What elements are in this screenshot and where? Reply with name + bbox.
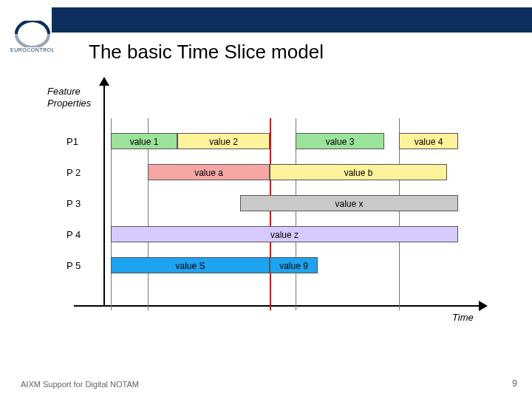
- segment: value b: [270, 164, 447, 180]
- eurocontrol-logo: [10, 21, 55, 47]
- y-axis-label-line2: Properties: [47, 98, 91, 109]
- row-label: P 2: [66, 167, 81, 178]
- y-axis-label: Feature Properties: [47, 86, 91, 109]
- segment: value a: [148, 164, 270, 180]
- row-p2: P 2 value a value b: [44, 164, 480, 183]
- segment: value 2: [177, 133, 270, 149]
- segment: value 1: [111, 133, 177, 149]
- footer-text: AIXM Support for Digital NOTAM: [21, 380, 139, 389]
- row-label: P 4: [66, 229, 81, 240]
- row-p1: P1 value 1 value 2 value 3 value 4: [44, 133, 480, 152]
- y-axis-label-line1: Feature: [47, 86, 81, 97]
- row-p5: P 5 value S value 9: [44, 257, 480, 276]
- row-label: P1: [66, 136, 78, 147]
- timeslice-chart: Feature Properties Time P1 value 1 value…: [44, 81, 480, 325]
- x-axis-label: Time: [452, 312, 474, 323]
- row-p4: P 4 value z: [44, 226, 480, 245]
- x-axis-arrow-icon: [479, 301, 488, 311]
- x-axis: [74, 305, 480, 307]
- header-band: [52, 7, 532, 33]
- segment: value S: [111, 257, 270, 273]
- page-number: 9: [512, 378, 517, 389]
- svg-rect-0: [15, 32, 50, 36]
- segment: value z: [111, 226, 458, 242]
- page-title: The basic Time Slice model: [89, 41, 324, 64]
- row-label: P 5: [66, 260, 81, 271]
- segment: value 3: [296, 133, 384, 149]
- logo-text: EUROCONTROL: [10, 47, 55, 52]
- segment: value 9: [270, 257, 318, 273]
- segment: value x: [240, 195, 458, 211]
- row-label: P 3: [66, 198, 81, 209]
- segment: value 4: [399, 133, 458, 149]
- row-p3: P 3 value x: [44, 195, 480, 214]
- y-axis-arrow-icon: [99, 77, 109, 86]
